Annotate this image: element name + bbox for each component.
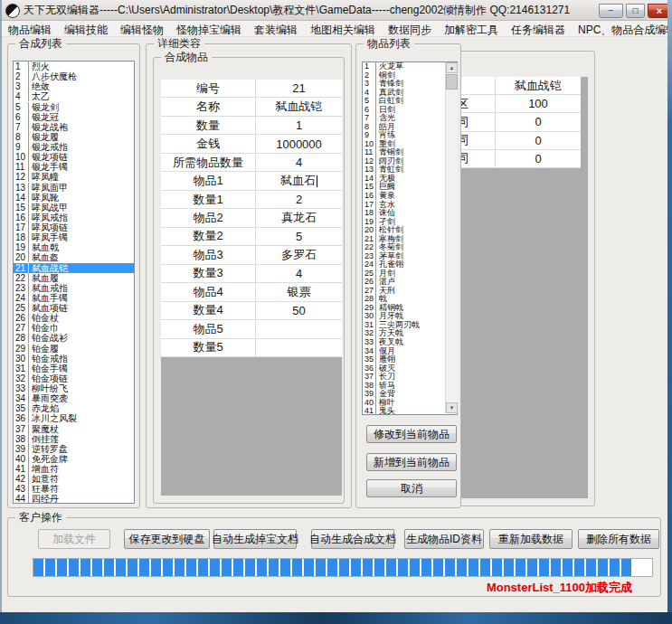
synthesis-list-item[interactable]: 41 增血符	[14, 464, 134, 474]
field-value[interactable]: 5	[256, 228, 342, 245]
item-list-item[interactable]: 40 柳叶	[363, 399, 457, 408]
field-value[interactable]: 1	[256, 117, 342, 134]
synthesis-list-item[interactable]: 14 哮凤靴	[14, 193, 134, 203]
field-value[interactable]: 4	[256, 154, 342, 171]
detail-table-row[interactable]: 数量5	[161, 339, 342, 357]
client-op-button[interactable]: 生成物品ID资料	[404, 529, 484, 549]
synthesis-list-item[interactable]: 12 哮凤幢	[14, 172, 134, 182]
item-list-item[interactable]: 41 鬼头	[363, 407, 457, 415]
item-list-item[interactable]: 11 青铜剑	[363, 148, 457, 157]
detail-table-row[interactable]: 名称 弑血战铠	[161, 98, 342, 116]
item-list-item[interactable]: 37 长刀	[363, 373, 457, 382]
synthesis-list-item[interactable]: 37 聚魔杖	[14, 424, 134, 434]
modify-current-item-button[interactable]: 修改到当前物品	[366, 425, 457, 443]
synthesis-list-item[interactable]: 3 绝敛	[14, 81, 134, 91]
client-op-button[interactable]: 自动生成掉宝文档	[213, 529, 297, 549]
client-op-button[interactable]: 删除所有数据	[578, 529, 659, 549]
field-value[interactable]: 弑血石	[256, 172, 342, 189]
synthesis-list-item[interactable]: 31 铂金手镯	[14, 364, 134, 373]
synthesis-list-item[interactable]: 40 免死金牌	[14, 454, 134, 464]
synthesis-list-item[interactable]: 15 哮凤战甲	[14, 203, 134, 213]
item-list-item[interactable]: 32 方天戟	[363, 329, 457, 338]
synthesis-list-item[interactable]: 34 暴雨突袭	[14, 393, 134, 403]
scroll-up-icon[interactable]: ▲	[446, 62, 458, 73]
synthesis-list-item[interactable]: 21 弑血战铠	[14, 263, 134, 273]
synthesis-list-item[interactable]: 29 铂金履	[14, 344, 134, 354]
item-list-item[interactable]: 38 斩马	[363, 382, 457, 391]
detail-table-row[interactable]: 所需物品数量 4	[161, 154, 342, 172]
field-value[interactable]: 弑血战铠	[256, 98, 342, 115]
item-list-item[interactable]: 5 白虹剑	[363, 97, 457, 106]
synthesis-list-item[interactable]: 10 银龙项链	[14, 152, 134, 162]
synthesis-list-item[interactable]: 44 四经丹	[14, 494, 134, 504]
item-list-item[interactable]: 20 松针剑	[363, 226, 457, 235]
field-value[interactable]: 50	[256, 302, 342, 319]
synthesis-list-item[interactable]: 8 银龙履	[14, 132, 134, 142]
synthesis-list-item[interactable]: 19 弑血戟	[14, 242, 134, 252]
synthesis-list-item[interactable]: 6 银龙冠	[14, 112, 134, 122]
item-list-item[interactable]: 18 诛仙	[363, 209, 457, 218]
field-value[interactable]: 真龙石	[256, 209, 342, 226]
synthesis-list-item[interactable]: 27 铂金巾	[14, 323, 134, 333]
item-list-item[interactable]: 17 玄水	[363, 201, 457, 210]
item-list-item[interactable]: 26 湛卢	[363, 278, 457, 287]
item-listbox[interactable]: 1 火龙草 2 铜剑 3 青锋剑 4 真武剑	[362, 61, 458, 415]
menu-item[interactable]: 数据同步	[382, 23, 438, 38]
synthesis-list-item[interactable]: 13 哮凤面甲	[14, 183, 134, 193]
item-list-item[interactable]: 22 冬菊剑	[363, 243, 457, 252]
synthesis-list-item[interactable]: 42 如意符	[14, 474, 134, 484]
item-list-item[interactable]: 9 宵练	[363, 131, 457, 140]
client-op-button[interactable]: 保存更改到硬盘	[124, 529, 210, 549]
synthesis-list-item[interactable]: 43 狂暴符	[14, 484, 134, 494]
item-list-item[interactable]: 33 夜叉戟	[363, 338, 457, 347]
synthesis-list-item[interactable]: 30 铂金戒指	[14, 354, 134, 364]
detail-table-row[interactable]: 物品3 多罗石	[161, 246, 342, 264]
synthesis-list-item[interactable]: 4 太乙	[14, 91, 134, 101]
synthesis-list-item[interactable]: 23 弑血戒指	[14, 283, 134, 293]
synthesis-list-item[interactable]: 1 烈火	[14, 61, 134, 71]
item-list-item[interactable]: 10 重剑	[363, 140, 457, 149]
item-list-item[interactable]: 1 火龙草	[363, 62, 457, 71]
item-list-item[interactable]: 23 茅草剑	[363, 252, 457, 261]
detail-table-row[interactable]: 物品4 银票	[161, 283, 342, 301]
item-list-item[interactable]: 27 天刑	[363, 287, 457, 296]
synthesis-list-item[interactable]: 39 逆转罗盘	[14, 444, 134, 454]
item-list-item[interactable]: 8 皓月	[363, 123, 457, 132]
item-list-item[interactable]: 4 真武剑	[363, 89, 457, 98]
item-list-item[interactable]: 16 黄泉	[363, 192, 457, 201]
title-bar[interactable]: 天下无双编辑器-----C:\Users\Administrator\Deskt…	[0, 0, 672, 21]
synthesis-list-item[interactable]: 32 铂金项链	[14, 373, 134, 383]
item-list-item[interactable]: 35 雁翎	[363, 355, 457, 364]
detail-table-row[interactable]: 物品2 真龙石	[161, 209, 342, 227]
menu-item[interactable]: 加解密工具	[438, 23, 505, 38]
synthesis-list-item[interactable]: 18 哮凤手镯	[14, 232, 134, 242]
synthesis-list-item[interactable]: 16 哮凤戒指	[14, 213, 134, 222]
item-list-item[interactable]: 29 精钢戟	[363, 304, 457, 313]
field-value[interactable]: 2	[256, 191, 342, 208]
field-value[interactable]	[256, 320, 342, 337]
synthesis-listbox[interactable]: 1 烈火 2 八步伏魔枪 3 绝敛 4 太乙	[13, 61, 135, 504]
field-value[interactable]: 银票	[256, 283, 342, 300]
client-op-button[interactable]: 重新加载数据	[489, 529, 573, 549]
detail-table-row[interactable]: 物品5	[161, 320, 342, 338]
synthesis-list-item[interactable]: 24 弑血手镯	[14, 293, 134, 303]
field-value[interactable]: 多罗石	[256, 246, 342, 263]
field-value[interactable]: 21	[256, 80, 342, 97]
window-border-right[interactable]	[667, 0, 672, 624]
detail-table-row[interactable]: 金钱 1000000	[161, 135, 342, 153]
field-value[interactable]: 1000000	[256, 135, 342, 152]
menu-item[interactable]: 物品编辑	[2, 23, 58, 38]
synthesis-list-item[interactable]: 35 赤龙焰	[14, 403, 134, 413]
field-value[interactable]: 4	[256, 265, 342, 282]
scrollbar-thumb[interactable]	[446, 74, 458, 90]
synthesis-list-item[interactable]: 38 倒挂莲	[14, 434, 134, 444]
field-value[interactable]	[256, 339, 342, 356]
cancel-button[interactable]: 取消	[366, 479, 457, 497]
synthesis-list-item[interactable]: 28 铂金战衫	[14, 333, 134, 343]
window-border-bottom[interactable]	[0, 612, 672, 624]
synthesis-list-item[interactable]: 33 柳叶纷飞	[14, 383, 134, 393]
synthesis-list-item[interactable]: 17 哮凤项链	[14, 222, 134, 232]
synthesis-list-item[interactable]: 20 弑血盔	[14, 252, 134, 262]
item-list-item[interactable]: 36 破灭	[363, 364, 457, 373]
detail-table-row[interactable]: 数量1 2	[161, 191, 342, 209]
